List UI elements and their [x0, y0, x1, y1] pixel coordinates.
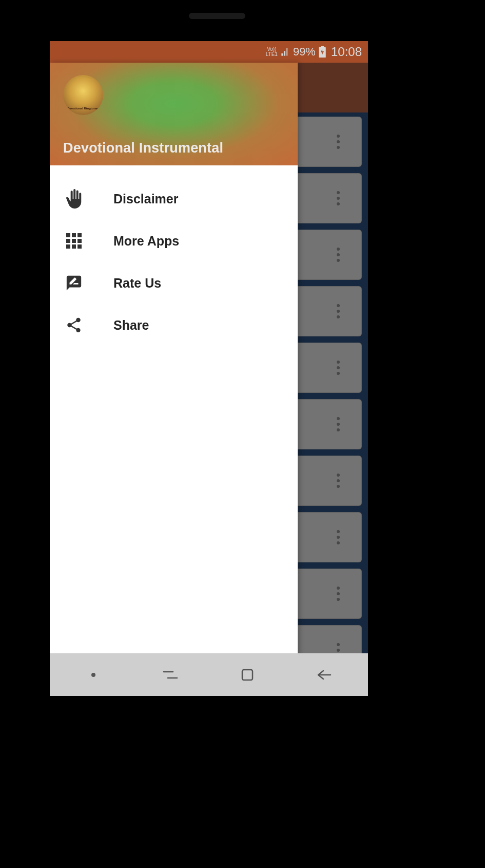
drawer-header: Devotional Ringtones Devotional Instrume… [50, 63, 298, 165]
clock: 10:08 [331, 45, 362, 59]
more-vert-icon[interactable] [337, 361, 340, 375]
hand-icon [63, 188, 85, 210]
nav-indicator [78, 659, 109, 690]
svg-rect-1 [321, 46, 324, 48]
status-icons: Vo)) LTE1 99% 10:08 [266, 45, 362, 59]
more-vert-icon[interactable] [337, 530, 340, 544]
battery-charging-icon [319, 46, 326, 58]
drawer-item-rate-us[interactable]: Rate Us [50, 262, 298, 304]
nav-home-button[interactable] [232, 659, 263, 690]
more-vert-icon[interactable] [337, 304, 340, 318]
more-vert-icon[interactable] [337, 135, 340, 149]
more-vert-icon[interactable] [337, 587, 340, 601]
drawer-item-disclaimer[interactable]: Disclaimer [50, 178, 298, 220]
drawer-item-label: Disclaimer [113, 192, 178, 206]
signal-icon [281, 47, 290, 56]
apps-grid-icon [63, 230, 85, 252]
nav-recents-button[interactable] [155, 659, 186, 690]
drawer-item-label: More Apps [113, 234, 179, 249]
drawer-item-label: Rate Us [113, 276, 161, 291]
navigation-drawer: Devotional Ringtones Devotional Instrume… [50, 63, 298, 696]
volte-indicator: Vo)) LTE1 [266, 47, 278, 57]
more-vert-icon[interactable] [337, 417, 340, 431]
drawer-title: Devotional Instrumental [63, 140, 284, 156]
phone-screen: Vo)) LTE1 99% 10:08 Devotional Ringtones… [50, 41, 368, 696]
avatar-label: Devotional Ringtones [67, 107, 99, 115]
phone-speaker [189, 13, 245, 19]
drawer-item-share[interactable]: Share [50, 304, 298, 346]
app-avatar: Devotional Ringtones [63, 75, 103, 115]
drawer-item-label: Share [113, 318, 149, 333]
rate-review-icon [63, 272, 85, 294]
status-bar: Vo)) LTE1 99% 10:08 [50, 41, 368, 63]
share-icon [63, 314, 85, 336]
drawer-item-more-apps[interactable]: More Apps [50, 220, 298, 262]
system-nav-bar [50, 653, 368, 696]
svg-rect-2 [242, 670, 253, 680]
more-vert-icon[interactable] [337, 248, 340, 262]
more-vert-icon[interactable] [337, 474, 340, 488]
nav-back-button[interactable] [309, 659, 340, 690]
battery-percent: 99% [293, 45, 316, 59]
more-vert-icon[interactable] [337, 191, 340, 205]
drawer-menu: Disclaimer More Apps Rate Us [50, 165, 298, 696]
